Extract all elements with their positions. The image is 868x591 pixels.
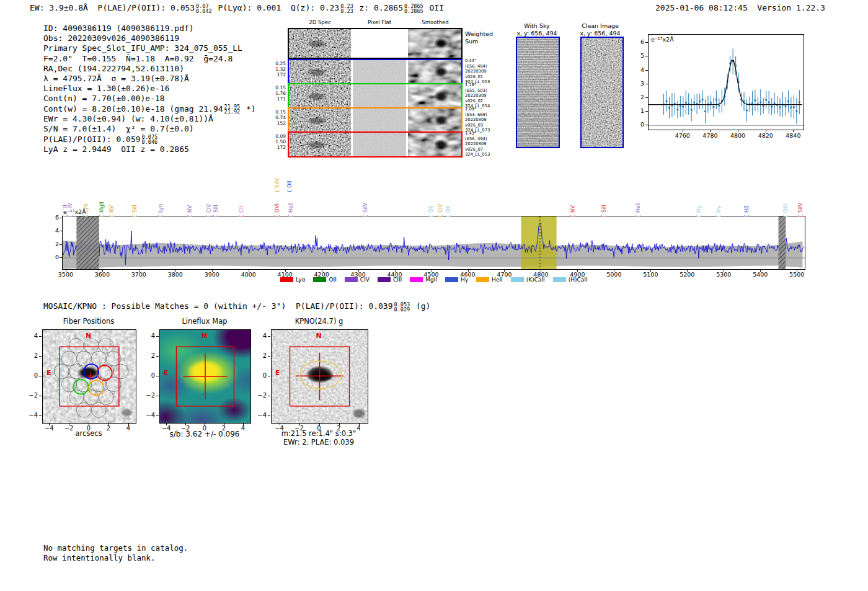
spec2d-left-label: 172 bbox=[271, 72, 286, 78]
x-tick-label: −2 bbox=[176, 425, 195, 432]
y-tick-label: 5 bbox=[632, 52, 644, 59]
smoothed-segment bbox=[408, 133, 461, 156]
stacked-value: 0.0530.029 bbox=[394, 302, 410, 312]
y-tick-label: 6 bbox=[632, 38, 644, 45]
tick-mark bbox=[268, 396, 270, 396]
line-label-CIV: { CIV bbox=[206, 204, 213, 218]
x-tick-label: −2 bbox=[60, 425, 78, 432]
line-label-HeII: { HeII bbox=[288, 202, 294, 218]
text-segment: P(Lyα): 0.001 Q(z): 0.23 bbox=[213, 3, 340, 12]
spec2d-left-label: 152 bbox=[271, 120, 286, 126]
y-tick-label: 2 bbox=[22, 352, 38, 359]
weighted-sum-label-line1: Weighted bbox=[465, 30, 493, 38]
text-segment: OII bbox=[425, 3, 444, 12]
spec2d-left-label: 1.50 bbox=[271, 139, 286, 144]
info-line: LyA z = 2.9449 OII z = 0.2865 bbox=[43, 144, 256, 154]
y-tick-label: 2 bbox=[632, 94, 644, 100]
x-tick-label: 4800 bbox=[725, 132, 750, 139]
y-tick-label: −2 bbox=[139, 392, 155, 399]
line-label-SiIV: { SiIV bbox=[274, 178, 281, 193]
clean-image-title: Clean Image bbox=[574, 22, 627, 30]
smoothed-blob bbox=[408, 60, 461, 84]
x-tick-label: 2 bbox=[215, 425, 233, 432]
detection-info-block: ID: 4090386119 (4090386119.pdf)Obs: 2022… bbox=[43, 24, 256, 154]
lineflux-map-title: Lineflux Map bbox=[159, 317, 250, 326]
smoothed-blob bbox=[408, 133, 461, 156]
text-segment: EW: 3.9±0.8Å P(LAE)/P(OII): 0.053 bbox=[30, 3, 195, 12]
info-line: LineFlux = 1.30(±0.26)e-16 bbox=[43, 84, 256, 94]
spec2d-left-label: 1.76 bbox=[271, 91, 286, 96]
spec2d-row bbox=[288, 107, 463, 133]
spec2d-row bbox=[288, 131, 463, 158]
x-tick-label: 5500 bbox=[783, 271, 810, 278]
x-tick-label: 4300 bbox=[345, 271, 372, 278]
summary-header: EW: 3.9±0.8Å P(LAE)/P(OII): 0.0530.070.0… bbox=[30, 3, 444, 14]
spec2d-2d-segment bbox=[289, 133, 351, 156]
fiber-positions-title: Fiber Positions bbox=[42, 317, 135, 326]
y-tick-label: 2 bbox=[250, 352, 267, 359]
line-label-HeII: { HeII bbox=[635, 202, 642, 218]
info-line: λ = 4795.72Å σ = 3.19(±0.78)Å bbox=[43, 74, 256, 84]
smoothed-segment bbox=[408, 60, 461, 84]
tick-mark bbox=[645, 42, 648, 43]
full-spectrum-plot bbox=[62, 216, 805, 270]
fiber-positions-overlay bbox=[43, 330, 136, 423]
spec2d-right-label: 20220309 bbox=[465, 93, 496, 99]
y-tick-label: −2 bbox=[250, 392, 267, 399]
spec2d-right-label: (656, 494) bbox=[465, 64, 496, 69]
spec2d-left-label: 0.74 bbox=[271, 115, 286, 120]
line-label-OIII: { OIII bbox=[782, 204, 789, 218]
info-line: Cont(w) = 8.20(±0.10)e-18 (gmag 21.9421.… bbox=[43, 104, 256, 115]
info-line: Primary Spec_Slot_IFU_AMP: 324_075_055_L… bbox=[43, 43, 256, 53]
text-segment: Primary Spec_Slot_IFU_AMP: 324_075_055_L… bbox=[43, 43, 242, 53]
x-tick-label: 4840 bbox=[781, 132, 805, 139]
spec2d-row-left-labels: 0.251.32172 bbox=[271, 61, 286, 78]
y-tick-label: −4 bbox=[139, 412, 155, 419]
spec2d-right-label: 20220309 bbox=[465, 117, 496, 123]
legend-swatch bbox=[345, 277, 358, 282]
line-label-SiII: { SiII bbox=[601, 205, 608, 218]
north-label: N bbox=[86, 332, 91, 340]
line-label-OII: { OII bbox=[286, 180, 293, 193]
stacked-value: 0.28650.2865 bbox=[404, 4, 423, 14]
legend-swatch bbox=[313, 277, 326, 282]
text-segment: LyA z = 2.9449 OII z = 0.2865 bbox=[43, 144, 189, 154]
spec2d-right-label: 0.44" bbox=[465, 58, 496, 64]
info-line: P(LAE)/P(OII): 0.0590.0750.046 bbox=[43, 135, 256, 145]
x-tick-label: 4780 bbox=[698, 132, 722, 139]
smoothed-segment bbox=[408, 109, 461, 132]
kpno-cutout-plot bbox=[271, 329, 368, 424]
x-tick-label: −2 bbox=[290, 425, 309, 432]
x-tick-label: 5200 bbox=[673, 271, 701, 278]
catalog-note: No matching targets in catalog. Row inte… bbox=[43, 543, 188, 562]
elixer-detection-report: EW: 3.9±0.8Å P(LAE)/P(OII): 0.0530.070.0… bbox=[0, 0, 868, 591]
spec2d-left-label: 0.15 bbox=[271, 85, 286, 91]
x-tick-label: 3800 bbox=[162, 271, 189, 278]
smoothed-segment bbox=[408, 84, 461, 108]
tick-mark bbox=[645, 125, 648, 125]
east-label: E bbox=[275, 369, 280, 377]
x-tick-label: 4200 bbox=[308, 271, 335, 278]
clean-image-coords: x, y: 656, 494 bbox=[574, 30, 627, 37]
spec2d-row-left-labels: 0.150.74152 bbox=[271, 109, 286, 126]
y-tick-label: 0 bbox=[139, 372, 155, 379]
x-tick-label: −4 bbox=[270, 425, 289, 432]
text-segment: ID: 4090386119 (4090386119.pdf) bbox=[43, 24, 194, 33]
spec2d-right-label: 20220309 bbox=[465, 69, 496, 74]
pixel-flat-segment bbox=[353, 84, 406, 108]
info-line: S/N = 7.0(±1.4) χ² = 0.7(±0.0) bbox=[43, 124, 256, 134]
legend-swatch bbox=[280, 277, 293, 282]
spec2d-right-label: 1.09" bbox=[465, 107, 496, 112]
y-tick-label: 4 bbox=[49, 227, 59, 234]
info-line: Obs: 20220309v026_4090386119 bbox=[43, 33, 256, 43]
line-label-OVI: { OVI bbox=[274, 203, 281, 218]
spec2d-right-label: (653, 669) bbox=[465, 112, 496, 118]
x-tick-label: 3700 bbox=[125, 271, 153, 278]
line-label-SiII: { SiII bbox=[213, 205, 219, 218]
weighted-sum-label-line2: Sum bbox=[465, 38, 493, 45]
line-label-Hγ: { Hγ bbox=[715, 205, 722, 218]
pixel-flat-noise bbox=[353, 84, 406, 108]
stacked-value: 0.230.23 bbox=[340, 4, 353, 14]
catalog-match-line: MOSAIC/KPNO : Possible Matches = 0 (with… bbox=[43, 301, 430, 312]
y-tick-label: 0 bbox=[250, 372, 267, 379]
